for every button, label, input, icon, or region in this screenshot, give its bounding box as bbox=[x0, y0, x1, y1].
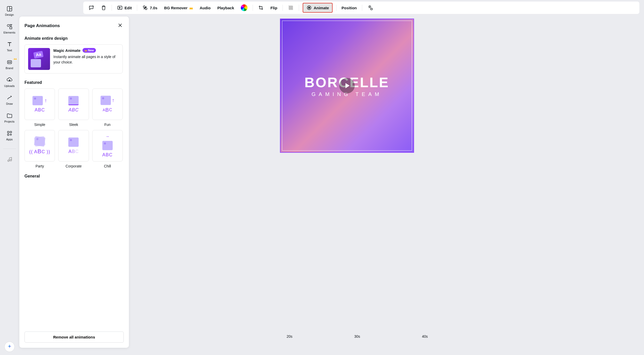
transparency-button[interactable] bbox=[286, 3, 295, 12]
sidebar-item-music[interactable] bbox=[0, 156, 19, 164]
sidebar-item-draw[interactable]: Draw bbox=[0, 94, 19, 106]
anim-label: Chill bbox=[104, 164, 111, 168]
divider bbox=[112, 5, 112, 11]
svg-rect-4 bbox=[10, 27, 12, 29]
timeline-mark: 30s bbox=[354, 334, 360, 338]
divider bbox=[362, 5, 362, 11]
sidebar-label: Uploads bbox=[4, 84, 14, 87]
sidebar-item-elements[interactable]: Elements bbox=[0, 22, 19, 35]
sidebar-label: Brand bbox=[6, 67, 13, 70]
animation-simple[interactable]: ↑ABC Simple bbox=[24, 88, 55, 127]
magic-desc: Instantly animate all pages in a style o… bbox=[53, 54, 119, 65]
svg-rect-9 bbox=[10, 131, 12, 133]
animation-chill[interactable]: →ABC Chill bbox=[92, 130, 123, 168]
animate-label: Animate bbox=[314, 6, 329, 10]
layout-icon bbox=[6, 6, 13, 12]
timeline-mark: 40s bbox=[422, 334, 428, 338]
cloud-icon bbox=[6, 77, 13, 83]
bgremover-button[interactable]: BG Remover bbox=[163, 4, 195, 12]
position-button[interactable]: Position bbox=[340, 4, 358, 12]
edit-button[interactable]: Edit bbox=[115, 3, 133, 12]
toolbar: Edit 7.0s BG Remover Audio Playback Flip… bbox=[83, 2, 639, 14]
animations-panel: Page Animations Animate entire design Ma… bbox=[19, 17, 129, 348]
magic-title: Magic Animate bbox=[53, 48, 80, 53]
shapes-icon bbox=[6, 23, 13, 30]
magic-animate-card[interactable]: Magic Animate New Instantly animate all … bbox=[24, 44, 123, 74]
section-general: General bbox=[24, 174, 123, 179]
svg-point-19 bbox=[308, 7, 310, 9]
close-button[interactable] bbox=[117, 22, 124, 30]
svg-point-13 bbox=[145, 8, 147, 10]
position-label: Position bbox=[342, 6, 357, 10]
svg-rect-20 bbox=[371, 8, 372, 10]
flip-label: Flip bbox=[270, 6, 277, 10]
new-badge: New bbox=[82, 48, 96, 53]
crop-button[interactable] bbox=[257, 3, 265, 12]
playback-label: Playback bbox=[217, 6, 234, 10]
sidebar-label: Draw bbox=[6, 102, 13, 105]
animation-party[interactable]: (( ABC )) Party bbox=[24, 130, 55, 168]
animation-fun[interactable]: ↑ABC Fun bbox=[92, 88, 123, 127]
sidebar-item-apps[interactable]: Apps bbox=[0, 129, 19, 142]
sidebar-item-design[interactable]: Design bbox=[0, 5, 19, 17]
flip-button[interactable]: Flip bbox=[269, 4, 279, 12]
text-icon bbox=[6, 41, 13, 47]
animate-button[interactable]: Animate bbox=[303, 3, 333, 13]
magic-animate-icon bbox=[28, 48, 50, 70]
duration-button[interactable]: 7.0s bbox=[141, 3, 159, 12]
section-animate-design: Animate entire design bbox=[24, 36, 123, 41]
playback-button[interactable]: Playback bbox=[216, 4, 236, 12]
audio-label: Audio bbox=[200, 6, 211, 10]
svg-rect-10 bbox=[7, 134, 9, 135]
divider bbox=[299, 5, 299, 11]
bgremover-label: BG Remover bbox=[164, 6, 188, 10]
duration-label: 7.0s bbox=[150, 6, 157, 10]
svg-point-3 bbox=[7, 25, 9, 27]
crown-icon bbox=[189, 6, 193, 9]
svg-point-12 bbox=[143, 6, 145, 8]
svg-rect-5 bbox=[7, 61, 12, 64]
brand-icon bbox=[6, 59, 13, 65]
grid-icon bbox=[6, 130, 13, 136]
svg-point-7 bbox=[10, 62, 11, 63]
sidebar-item-uploads[interactable]: Uploads bbox=[0, 76, 19, 88]
svg-point-6 bbox=[8, 62, 9, 63]
divider bbox=[253, 5, 253, 11]
animation-sleek[interactable]: ABC Sleek bbox=[58, 88, 89, 127]
delete-button[interactable] bbox=[99, 3, 108, 12]
anim-label: Corporate bbox=[65, 164, 81, 168]
sidebar-label: Projects bbox=[4, 120, 15, 123]
edit-label: Edit bbox=[125, 6, 132, 10]
section-featured: Featured bbox=[24, 80, 123, 85]
sidebar-label: Design bbox=[5, 13, 14, 16]
magic-button[interactable] bbox=[4, 342, 15, 352]
divider bbox=[283, 5, 283, 11]
sidebar-label: Elements bbox=[4, 31, 15, 34]
music-icon bbox=[6, 157, 13, 163]
comment-button[interactable] bbox=[87, 3, 96, 12]
remove-animations-button[interactable]: Remove all animations bbox=[24, 332, 124, 343]
sidebar-item-brand[interactable]: Brand bbox=[0, 58, 19, 71]
canvas[interactable]: BORCELLE GAMING TEAM bbox=[280, 19, 414, 153]
play-button[interactable] bbox=[339, 78, 355, 93]
anim-label: Simple bbox=[34, 123, 45, 127]
more-button[interactable] bbox=[366, 3, 375, 12]
sidebar-label: Text bbox=[7, 49, 12, 52]
color-button[interactable] bbox=[239, 3, 249, 13]
animation-corporate[interactable]: ABC Corporate bbox=[58, 130, 89, 168]
anim-label: Party bbox=[36, 164, 44, 168]
divider bbox=[137, 5, 137, 11]
timeline-mark: 20s bbox=[287, 334, 293, 338]
sidebar-item-text[interactable]: Text bbox=[0, 40, 19, 53]
play-icon bbox=[345, 83, 350, 88]
anim-label: Fun bbox=[104, 123, 111, 127]
audio-button[interactable]: Audio bbox=[198, 4, 212, 12]
svg-rect-8 bbox=[7, 131, 9, 133]
panel-title: Page Animations bbox=[24, 23, 60, 28]
folder-icon bbox=[6, 112, 13, 119]
sidebar: Design Elements Text Brand Uploads Draw … bbox=[0, 0, 19, 355]
pencil-icon bbox=[6, 95, 13, 101]
sidebar-item-projects[interactable]: Projects bbox=[0, 111, 19, 124]
anim-label: Sleek bbox=[69, 123, 78, 127]
sidebar-label: Apps bbox=[6, 138, 13, 141]
